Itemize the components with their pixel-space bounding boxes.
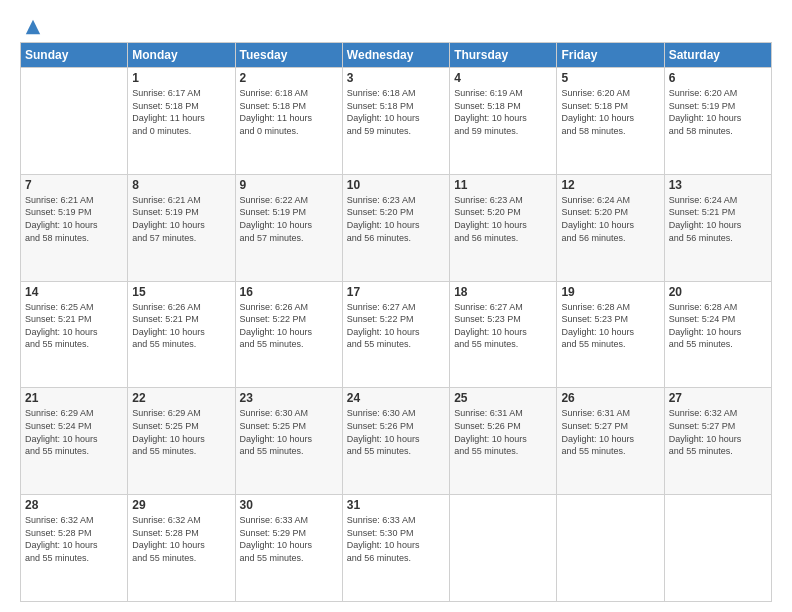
- day-info: Sunrise: 6:32 AM Sunset: 5:28 PM Dayligh…: [132, 514, 230, 564]
- day-number: 7: [25, 178, 123, 192]
- day-info: Sunrise: 6:23 AM Sunset: 5:20 PM Dayligh…: [454, 194, 552, 244]
- day-info: Sunrise: 6:18 AM Sunset: 5:18 PM Dayligh…: [240, 87, 338, 137]
- day-number: 2: [240, 71, 338, 85]
- day-info: Sunrise: 6:32 AM Sunset: 5:28 PM Dayligh…: [25, 514, 123, 564]
- day-number: 5: [561, 71, 659, 85]
- table-row: 10Sunrise: 6:23 AM Sunset: 5:20 PM Dayli…: [342, 174, 449, 281]
- day-number: 15: [132, 285, 230, 299]
- day-info: Sunrise: 6:33 AM Sunset: 5:30 PM Dayligh…: [347, 514, 445, 564]
- table-row: 2Sunrise: 6:18 AM Sunset: 5:18 PM Daylig…: [235, 68, 342, 175]
- table-row: 7Sunrise: 6:21 AM Sunset: 5:19 PM Daylig…: [21, 174, 128, 281]
- day-info: Sunrise: 6:18 AM Sunset: 5:18 PM Dayligh…: [347, 87, 445, 137]
- logo: [20, 18, 42, 32]
- table-row: 6Sunrise: 6:20 AM Sunset: 5:19 PM Daylig…: [664, 68, 771, 175]
- table-row: 28Sunrise: 6:32 AM Sunset: 5:28 PM Dayli…: [21, 495, 128, 602]
- day-info: Sunrise: 6:26 AM Sunset: 5:22 PM Dayligh…: [240, 301, 338, 351]
- day-info: Sunrise: 6:20 AM Sunset: 5:18 PM Dayligh…: [561, 87, 659, 137]
- day-info: Sunrise: 6:23 AM Sunset: 5:20 PM Dayligh…: [347, 194, 445, 244]
- col-header-thursday: Thursday: [450, 43, 557, 68]
- col-header-saturday: Saturday: [664, 43, 771, 68]
- table-row: 4Sunrise: 6:19 AM Sunset: 5:18 PM Daylig…: [450, 68, 557, 175]
- table-row: 31Sunrise: 6:33 AM Sunset: 5:30 PM Dayli…: [342, 495, 449, 602]
- table-row: 19Sunrise: 6:28 AM Sunset: 5:23 PM Dayli…: [557, 281, 664, 388]
- table-row: [664, 495, 771, 602]
- day-number: 31: [347, 498, 445, 512]
- day-info: Sunrise: 6:28 AM Sunset: 5:24 PM Dayligh…: [669, 301, 767, 351]
- day-number: 11: [454, 178, 552, 192]
- day-info: Sunrise: 6:29 AM Sunset: 5:24 PM Dayligh…: [25, 407, 123, 457]
- day-number: 10: [347, 178, 445, 192]
- day-number: 27: [669, 391, 767, 405]
- day-number: 16: [240, 285, 338, 299]
- calendar-table: SundayMondayTuesdayWednesdayThursdayFrid…: [20, 42, 772, 602]
- table-row: 18Sunrise: 6:27 AM Sunset: 5:23 PM Dayli…: [450, 281, 557, 388]
- day-number: 9: [240, 178, 338, 192]
- day-number: 8: [132, 178, 230, 192]
- table-row: [21, 68, 128, 175]
- day-info: Sunrise: 6:20 AM Sunset: 5:19 PM Dayligh…: [669, 87, 767, 137]
- table-row: 27Sunrise: 6:32 AM Sunset: 5:27 PM Dayli…: [664, 388, 771, 495]
- day-info: Sunrise: 6:22 AM Sunset: 5:19 PM Dayligh…: [240, 194, 338, 244]
- day-number: 25: [454, 391, 552, 405]
- day-number: 26: [561, 391, 659, 405]
- table-row: 9Sunrise: 6:22 AM Sunset: 5:19 PM Daylig…: [235, 174, 342, 281]
- day-number: 17: [347, 285, 445, 299]
- day-number: 23: [240, 391, 338, 405]
- day-info: Sunrise: 6:31 AM Sunset: 5:26 PM Dayligh…: [454, 407, 552, 457]
- col-header-monday: Monday: [128, 43, 235, 68]
- table-row: 26Sunrise: 6:31 AM Sunset: 5:27 PM Dayli…: [557, 388, 664, 495]
- day-number: 1: [132, 71, 230, 85]
- day-number: 19: [561, 285, 659, 299]
- header: [20, 18, 772, 32]
- table-row: 12Sunrise: 6:24 AM Sunset: 5:20 PM Dayli…: [557, 174, 664, 281]
- day-info: Sunrise: 6:19 AM Sunset: 5:18 PM Dayligh…: [454, 87, 552, 137]
- table-row: 5Sunrise: 6:20 AM Sunset: 5:18 PM Daylig…: [557, 68, 664, 175]
- table-row: 29Sunrise: 6:32 AM Sunset: 5:28 PM Dayli…: [128, 495, 235, 602]
- day-number: 6: [669, 71, 767, 85]
- page: SundayMondayTuesdayWednesdayThursdayFrid…: [0, 0, 792, 612]
- col-header-sunday: Sunday: [21, 43, 128, 68]
- day-number: 30: [240, 498, 338, 512]
- day-number: 21: [25, 391, 123, 405]
- table-row: 16Sunrise: 6:26 AM Sunset: 5:22 PM Dayli…: [235, 281, 342, 388]
- day-info: Sunrise: 6:21 AM Sunset: 5:19 PM Dayligh…: [132, 194, 230, 244]
- day-info: Sunrise: 6:32 AM Sunset: 5:27 PM Dayligh…: [669, 407, 767, 457]
- day-number: 22: [132, 391, 230, 405]
- day-info: Sunrise: 6:24 AM Sunset: 5:21 PM Dayligh…: [669, 194, 767, 244]
- day-info: Sunrise: 6:26 AM Sunset: 5:21 PM Dayligh…: [132, 301, 230, 351]
- table-row: 11Sunrise: 6:23 AM Sunset: 5:20 PM Dayli…: [450, 174, 557, 281]
- day-info: Sunrise: 6:17 AM Sunset: 5:18 PM Dayligh…: [132, 87, 230, 137]
- table-row: 23Sunrise: 6:30 AM Sunset: 5:25 PM Dayli…: [235, 388, 342, 495]
- table-row: 17Sunrise: 6:27 AM Sunset: 5:22 PM Dayli…: [342, 281, 449, 388]
- day-info: Sunrise: 6:24 AM Sunset: 5:20 PM Dayligh…: [561, 194, 659, 244]
- table-row: 1Sunrise: 6:17 AM Sunset: 5:18 PM Daylig…: [128, 68, 235, 175]
- table-row: 3Sunrise: 6:18 AM Sunset: 5:18 PM Daylig…: [342, 68, 449, 175]
- day-info: Sunrise: 6:28 AM Sunset: 5:23 PM Dayligh…: [561, 301, 659, 351]
- day-info: Sunrise: 6:29 AM Sunset: 5:25 PM Dayligh…: [132, 407, 230, 457]
- col-header-wednesday: Wednesday: [342, 43, 449, 68]
- table-row: 22Sunrise: 6:29 AM Sunset: 5:25 PM Dayli…: [128, 388, 235, 495]
- day-number: 18: [454, 285, 552, 299]
- day-number: 3: [347, 71, 445, 85]
- day-number: 4: [454, 71, 552, 85]
- col-header-tuesday: Tuesday: [235, 43, 342, 68]
- table-row: 20Sunrise: 6:28 AM Sunset: 5:24 PM Dayli…: [664, 281, 771, 388]
- day-info: Sunrise: 6:31 AM Sunset: 5:27 PM Dayligh…: [561, 407, 659, 457]
- day-info: Sunrise: 6:25 AM Sunset: 5:21 PM Dayligh…: [25, 301, 123, 351]
- day-info: Sunrise: 6:30 AM Sunset: 5:26 PM Dayligh…: [347, 407, 445, 457]
- table-row: 21Sunrise: 6:29 AM Sunset: 5:24 PM Dayli…: [21, 388, 128, 495]
- day-number: 14: [25, 285, 123, 299]
- logo-icon: [24, 18, 42, 36]
- day-number: 12: [561, 178, 659, 192]
- day-number: 29: [132, 498, 230, 512]
- table-row: [557, 495, 664, 602]
- day-info: Sunrise: 6:21 AM Sunset: 5:19 PM Dayligh…: [25, 194, 123, 244]
- table-row: 8Sunrise: 6:21 AM Sunset: 5:19 PM Daylig…: [128, 174, 235, 281]
- table-row: 30Sunrise: 6:33 AM Sunset: 5:29 PM Dayli…: [235, 495, 342, 602]
- table-row: 13Sunrise: 6:24 AM Sunset: 5:21 PM Dayli…: [664, 174, 771, 281]
- day-number: 24: [347, 391, 445, 405]
- day-number: 28: [25, 498, 123, 512]
- svg-marker-0: [26, 20, 40, 34]
- day-number: 20: [669, 285, 767, 299]
- table-row: [450, 495, 557, 602]
